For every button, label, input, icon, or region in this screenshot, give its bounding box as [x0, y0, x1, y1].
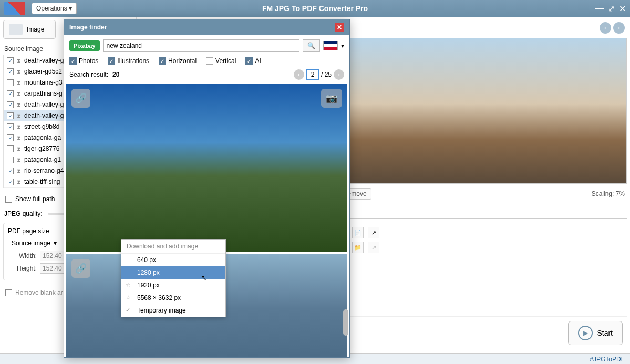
- app-title: FM JPG To PDF Converter Pro: [262, 4, 368, 13]
- hashtag-link[interactable]: #JPGToPDF: [590, 356, 625, 363]
- open-external-icon[interactable]: ↗: [368, 242, 379, 253]
- temporary-image-option[interactable]: ✓Temporary image: [121, 304, 225, 317]
- hourglass-icon: ⧗: [17, 168, 21, 174]
- dialog-close-button[interactable]: ✕: [335, 23, 344, 32]
- add-image-button[interactable]: Image: [3, 20, 56, 39]
- result-thumbnail[interactable]: 🔗 📷: [66, 84, 347, 252]
- checkbox[interactable]: ✓: [7, 68, 14, 75]
- file-name: glacier-gd5c2: [24, 68, 62, 75]
- pdf-icon[interactable]: 📄: [352, 227, 364, 238]
- filter-horizontal[interactable]: ✓Horizontal: [159, 57, 197, 65]
- prev-page-button[interactable]: ‹: [294, 69, 304, 80]
- checkbox[interactable]: ✓: [7, 57, 14, 64]
- close-icon[interactable]: ✕: [619, 4, 626, 14]
- check-icon: ✓: [126, 307, 130, 314]
- jpeg-quality-label: JPEG quality:: [4, 210, 43, 217]
- filter-ai[interactable]: ✓AI: [245, 57, 261, 65]
- download-size-option[interactable]: 1280 px: [121, 266, 225, 279]
- file-name: death-valley-g: [24, 112, 64, 119]
- chevron-down-icon: ▾: [341, 42, 344, 49]
- hourglass-icon: ⧗: [17, 123, 21, 130]
- prev-image-button[interactable]: ‹: [600, 22, 611, 34]
- search-input[interactable]: [103, 39, 299, 52]
- star-icon: ☆: [126, 282, 131, 288]
- start-button[interactable]: ▶ Start: [568, 321, 623, 345]
- hourglass-icon: ⧗: [17, 134, 21, 141]
- filter-label: Illustrations: [117, 57, 149, 65]
- checkbox[interactable]: ✓: [7, 112, 14, 119]
- add-image-label: Image: [27, 26, 44, 33]
- result-count: 20: [112, 71, 119, 78]
- hourglass-icon: ⧗: [17, 90, 21, 97]
- search-icon: 🔍: [307, 42, 315, 49]
- search-button[interactable]: 🔍: [303, 39, 320, 52]
- image-icon: [9, 24, 23, 35]
- filter-label: Vertical: [215, 57, 236, 65]
- play-icon: ▶: [578, 326, 593, 340]
- file-name: death-valley-g: [24, 57, 64, 64]
- app-logo: [4, 2, 25, 15]
- file-name: patagonia-ga: [24, 134, 61, 141]
- star-icon: ☆: [126, 294, 131, 301]
- camera-icon[interactable]: 📷: [321, 89, 342, 108]
- filter-label: AI: [255, 57, 261, 65]
- hourglass-icon: ⧗: [17, 145, 21, 152]
- page-input[interactable]: [306, 69, 319, 80]
- next-image-button[interactable]: ›: [613, 22, 625, 34]
- download-context-menu: Download and add image 640 px 1280 px ☆1…: [121, 239, 226, 317]
- checkbox[interactable]: [5, 289, 12, 296]
- hourglass-icon: ⧗: [17, 179, 21, 185]
- checkbox[interactable]: [5, 196, 12, 203]
- hourglass-icon: ⧗: [17, 157, 21, 163]
- context-menu-header: Download and add image: [121, 240, 225, 254]
- file-name: rio-serrano-g4: [24, 167, 64, 174]
- chevron-down-icon: ▾: [54, 240, 57, 247]
- hourglass-icon: ⧗: [17, 79, 21, 86]
- result-label: Search result:: [69, 71, 108, 78]
- width-label: Width:: [8, 252, 37, 259]
- start-label: Start: [597, 329, 613, 337]
- checkbox[interactable]: ✓: [7, 123, 14, 130]
- link-icon[interactable]: 🔗: [71, 89, 90, 108]
- filter-vertical[interactable]: Vertical: [206, 57, 236, 65]
- operations-menu[interactable]: Operations ▾: [32, 3, 77, 14]
- height-label: Height:: [8, 265, 37, 272]
- show-full-path-label: Show full path: [15, 195, 55, 203]
- hourglass-icon: ⧗: [17, 112, 21, 119]
- checkbox[interactable]: ✓: [7, 90, 14, 97]
- checkbox[interactable]: ✓: [7, 101, 14, 108]
- size-label: 1920 px: [137, 282, 160, 289]
- title-bar: Operations ▾ FM JPG To PDF Converter Pro…: [0, 0, 630, 17]
- remove-blank-label: Remove blank ar: [15, 289, 63, 296]
- download-size-option[interactable]: ☆1920 px: [121, 279, 225, 292]
- checkbox[interactable]: ✓: [7, 179, 14, 185]
- checkbox[interactable]: ✓: [7, 168, 14, 174]
- checkbox[interactable]: [7, 145, 14, 152]
- size-label: 5568 × 3632 px: [137, 294, 181, 301]
- file-name: street-g9b8d: [24, 123, 59, 130]
- page-size-select[interactable]: Source image▾: [8, 238, 66, 248]
- filter-illustrations[interactable]: ✓Illustrations: [108, 57, 149, 65]
- open-external-icon[interactable]: ↗: [368, 227, 379, 238]
- link-icon[interactable]: 🔗: [71, 259, 90, 278]
- filter-photos[interactable]: ✓Photos: [69, 57, 98, 65]
- dialog-title: Image finder: [69, 24, 107, 31]
- maximize-icon[interactable]: ⤢: [608, 4, 615, 14]
- language-flag[interactable]: [323, 41, 338, 50]
- download-size-option[interactable]: ☆5568 × 3632 px: [121, 292, 225, 304]
- scrollbar-thumb[interactable]: [343, 309, 348, 336]
- file-name: death-valley-g: [24, 101, 64, 108]
- folder-icon[interactable]: 📁: [352, 242, 364, 253]
- checkbox[interactable]: ✓: [7, 134, 14, 141]
- file-name: mountains-g3: [24, 79, 63, 86]
- page-total: / 25: [321, 71, 332, 78]
- minimize-icon[interactable]: —: [595, 4, 604, 14]
- download-size-option[interactable]: 640 px: [121, 254, 225, 266]
- checkbox[interactable]: [7, 79, 14, 86]
- checkbox[interactable]: [7, 157, 14, 163]
- file-name: table-tiff-sing: [24, 178, 60, 185]
- scaling-label: Scaling: 7%: [592, 190, 625, 197]
- filter-label: Photos: [79, 57, 98, 65]
- provider-badge[interactable]: Pixabay: [69, 40, 100, 51]
- next-page-button[interactable]: ›: [334, 69, 344, 80]
